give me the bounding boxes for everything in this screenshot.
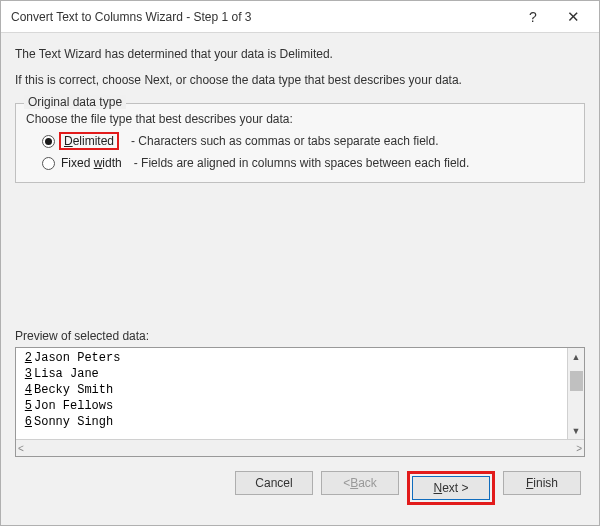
original-data-type-group: Original data type Choose the file type … xyxy=(15,103,585,183)
option-fixed-row: Fixed width - Fields are aligned in colu… xyxy=(42,156,574,170)
preview-box: 2Jason Peters 3Lisa Jane 4Becky Smith 5J… xyxy=(15,347,585,457)
group-prompt: Choose the file type that best describes… xyxy=(26,112,574,126)
fixed-desc: - Fields are aligned in columns with spa… xyxy=(134,156,470,170)
radio-delimited[interactable] xyxy=(42,135,55,148)
radio-fixed-width[interactable] xyxy=(42,157,55,170)
window-title: Convert Text to Columns Wizard - Step 1 … xyxy=(11,10,513,24)
cancel-button[interactable]: Cancel xyxy=(235,471,313,495)
help-button[interactable]: ? xyxy=(513,3,553,31)
radio-delimited-label[interactable]: Delimited xyxy=(59,132,119,150)
preview-row: 5Jon Fellows xyxy=(18,398,584,414)
preview-row: 4Becky Smith xyxy=(18,382,584,398)
delimited-desc: - Characters such as commas or tabs sepa… xyxy=(131,134,438,148)
next-highlight: Next > xyxy=(407,471,495,505)
titlebar[interactable]: Convert Text to Columns Wizard - Step 1 … xyxy=(1,1,599,33)
preview-label: Preview of selected data: xyxy=(15,329,585,343)
next-button[interactable]: Next > xyxy=(412,476,490,500)
preview-row: 6Sonny Singh xyxy=(18,414,584,430)
back-button: < Back xyxy=(321,471,399,495)
vertical-scrollbar[interactable]: ▲ ▼ xyxy=(567,348,584,439)
intro-line-2: If this is correct, choose Next, or choo… xyxy=(15,73,585,87)
preview-row: 3Lisa Jane xyxy=(18,366,584,382)
intro-line-1: The Text Wizard has determined that your… xyxy=(15,47,585,61)
close-button[interactable]: ✕ xyxy=(553,3,593,31)
scroll-down-icon[interactable]: ▼ xyxy=(568,422,585,439)
button-row: Cancel < Back Next > Finish xyxy=(15,457,585,517)
scroll-right-icon[interactable]: > xyxy=(576,443,582,454)
horizontal-scrollbar[interactable]: < > xyxy=(16,439,584,456)
scroll-thumb[interactable] xyxy=(570,371,583,391)
scroll-up-wrap: ▲ xyxy=(568,348,585,391)
radio-fixed-width-label[interactable]: Fixed width xyxy=(61,156,122,170)
finish-button[interactable]: Finish xyxy=(503,471,581,495)
wizard-dialog: Convert Text to Columns Wizard - Step 1 … xyxy=(0,0,600,526)
preview-content: 2Jason Peters 3Lisa Jane 4Becky Smith 5J… xyxy=(16,348,584,439)
group-legend: Original data type xyxy=(24,95,126,109)
preview-row: 2Jason Peters xyxy=(18,350,584,366)
scroll-up-icon[interactable]: ▲ xyxy=(568,348,585,365)
scroll-left-icon[interactable]: < xyxy=(18,443,24,454)
dialog-body: The Text Wizard has determined that your… xyxy=(1,33,599,525)
option-delimited-row: Delimited - Characters such as commas or… xyxy=(42,132,574,150)
